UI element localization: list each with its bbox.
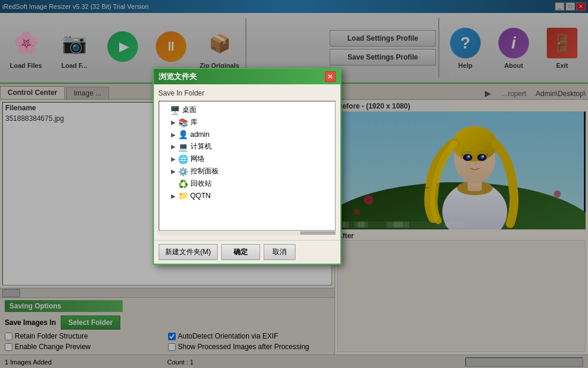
tree-arrow: ▶ [171, 156, 178, 162]
dialog-body: Save In Folder 🖥️ 桌面 ▶ 📚 库 ▶ [154, 84, 340, 240]
folder-tree[interactable]: 🖥️ 桌面 ▶ 📚 库 ▶ 👤 admin ▶ 💻 [159, 101, 336, 231]
tree-scrollbar[interactable] [159, 231, 336, 235]
dialog-overlay: 浏览文件夹 ✕ Save In Folder 🖥️ 桌面 ▶ 📚 库 [0, 0, 588, 368]
tree-arrow: ▶ [171, 168, 178, 175]
tree-item-recycle[interactable]: ♻️ 回收站 [162, 178, 333, 190]
tree-arrow: ▶ [171, 193, 178, 199]
tree-arrow: ▶ [171, 119, 178, 126]
tree-arrow: ▶ [171, 143, 178, 150]
tree-arrow: ▶ [171, 132, 178, 138]
cancel-button[interactable]: 取消 [264, 244, 295, 260]
dialog-footer: 新建文件夹(M) 确定 取消 [154, 240, 340, 264]
new-folder-button[interactable]: 新建文件夹(M) [159, 244, 218, 260]
tree-item-control-panel[interactable]: ▶ ⚙️ 控制面板 [162, 165, 333, 178]
dialog-title: 浏览文件夹 [159, 71, 197, 82]
dialog-title-bar: 浏览文件夹 ✕ [154, 69, 340, 84]
browse-folder-dialog: 浏览文件夹 ✕ Save In Folder 🖥️ 桌面 ▶ 📚 库 [153, 68, 341, 265]
dialog-close-button[interactable]: ✕ [325, 71, 336, 82]
tree-item-admin[interactable]: ▶ 👤 admin [162, 129, 333, 140]
tree-item-qqtn[interactable]: ▶ 📁 QQTN [162, 190, 333, 202]
tree-item-computer[interactable]: ▶ 💻 计算机 [162, 140, 333, 153]
ok-button[interactable]: 确定 [221, 244, 260, 260]
save-in-label: Save In Folder [159, 89, 336, 97]
tree-item-desktop[interactable]: 🖥️ 桌面 [162, 104, 333, 116]
tree-item-library[interactable]: ▶ 📚 库 [162, 116, 333, 129]
tree-item-network[interactable]: ▶ 🌐 网络 [162, 153, 333, 165]
